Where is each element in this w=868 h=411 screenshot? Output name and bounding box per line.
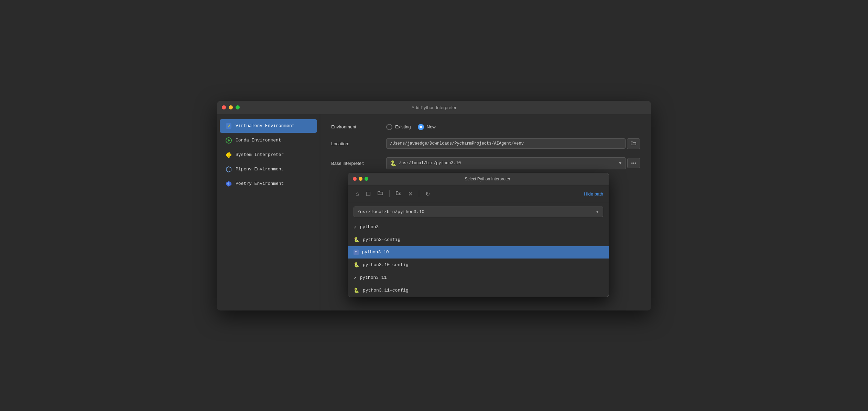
sidebar-label-poetry: Poetry Environment [236, 181, 284, 186]
close-button[interactable] [222, 105, 226, 109]
python3-config-icon: 🐍 [354, 237, 359, 243]
poetry-icon [225, 180, 232, 187]
new-radio-option[interactable]: New [418, 124, 436, 130]
new-radio[interactable] [418, 124, 424, 130]
sidebar-label-pipenv: Pipenv Environment [236, 167, 284, 172]
window-title: Add Python Interpreter [412, 105, 457, 110]
popup-minimize-button[interactable] [359, 177, 362, 181]
python3-11-label: python3.11 [360, 275, 387, 280]
existing-radio-option[interactable]: Existing [386, 124, 411, 130]
file-button[interactable]: ☐ [364, 189, 373, 199]
python3-10-label: python3.10 [362, 250, 389, 255]
interpreter-value: /usr/local/bin/python3.10 [399, 161, 461, 166]
location-label: Location: [331, 141, 386, 146]
python-icon: 🐍 [390, 160, 397, 167]
sidebar: V Virtualenv Environment Conda Environme… [217, 114, 320, 310]
remove-button[interactable]: ✕ [406, 189, 415, 199]
sidebar-item-pipenv[interactable]: Pipenv Environment [220, 162, 317, 176]
sidebar-item-conda[interactable]: Conda Environment [220, 134, 317, 147]
interpreter-dropdown[interactable]: 🐍 /usr/local/bin/python3.10 ▼ [386, 157, 626, 169]
environment-label: Environment: [331, 124, 386, 129]
maximize-button[interactable] [236, 105, 240, 109]
svg-point-4 [226, 153, 231, 157]
folder-view-button[interactable] [376, 189, 385, 198]
sidebar-item-poetry[interactable]: Poetry Environment [220, 177, 317, 191]
path-input[interactable]: /usr/local/bin/python3.10 ▼ [354, 207, 603, 217]
new-label: New [427, 124, 436, 129]
base-interpreter-row: Base interpreter: 🐍 /usr/local/bin/pytho… [331, 157, 640, 169]
list-item[interactable]: 🐍 python3.11-config [348, 284, 609, 297]
sidebar-item-virtualenv[interactable]: V Virtualenv Environment [220, 119, 317, 133]
svg-point-3 [228, 139, 230, 141]
more-options-button[interactable]: ••• [627, 158, 640, 168]
list-item[interactable]: ↗ python3 [348, 221, 609, 233]
list-item[interactable]: 🐍 python3.10-config [348, 259, 609, 271]
path-value: /usr/local/bin/python3.10 [357, 209, 424, 214]
window-controls [222, 105, 240, 109]
python3-11-icon: ↗ [354, 275, 356, 281]
popup-maximize-button[interactable] [365, 177, 368, 181]
popup-title: Select Python Interpreter [371, 177, 604, 181]
right-panel: Environment: Existing New Location: /Us [320, 114, 651, 310]
environment-row: Environment: Existing New [331, 124, 640, 130]
python3-11-config-label: python3.11-config [363, 288, 409, 293]
popup-path-bar: /usr/local/bin/python3.10 ▼ [348, 203, 609, 221]
interpreter-list: ↗ python3 🐍 python3-config ? python3.10 [348, 221, 609, 297]
pipenv-icon [225, 166, 232, 173]
hide-path-button[interactable]: Hide path [584, 191, 603, 197]
toolbar-separator-1 [389, 190, 390, 197]
popup-title-bar: Select Python Interpreter [348, 173, 609, 185]
select-interpreter-dialog: Select Python Interpreter ⌂ ☐ [348, 173, 609, 297]
sidebar-item-system[interactable]: System Interpreter [220, 148, 317, 162]
python3-icon: ↗ [354, 224, 356, 230]
environment-radio-group: Existing New [386, 124, 436, 130]
existing-radio[interactable] [386, 124, 392, 130]
location-input-group: /Users/javaedge/Downloads/PycharmProject… [386, 138, 640, 149]
python3-10-config-icon: 🐍 [354, 262, 359, 268]
conda-icon [225, 137, 232, 144]
system-icon [225, 151, 232, 158]
python3-config-label: python3-config [363, 237, 400, 242]
new-folder-button[interactable] [394, 189, 403, 198]
interpreter-left: 🐍 /usr/local/bin/python3.10 [390, 160, 461, 167]
chevron-down-icon: ▼ [618, 161, 622, 166]
popup-toolbar: ⌂ ☐ [348, 185, 609, 203]
main-content: V Virtualenv Environment Conda Environme… [217, 114, 651, 310]
list-item[interactable]: ↗ python3.11 [348, 271, 609, 284]
list-item[interactable]: 🐍 python3-config [348, 233, 609, 246]
minimize-button[interactable] [229, 105, 233, 109]
virtualenv-icon: V [225, 123, 232, 129]
base-interpreter-label: Base interpreter: [331, 161, 386, 166]
refresh-button[interactable]: ↻ [423, 189, 432, 199]
python3-label: python3 [360, 224, 379, 230]
sidebar-label-system: System Interpreter [236, 152, 284, 157]
popup-window-controls [353, 177, 368, 181]
list-item-selected[interactable]: ? python3.10 [348, 246, 609, 259]
interpreter-selector-group: 🐍 /usr/local/bin/python3.10 ▼ ••• [386, 157, 640, 169]
existing-label: Existing [395, 124, 411, 129]
python3-10-config-label: python3.10-config [363, 262, 409, 267]
title-bar: Add Python Interpreter [217, 101, 651, 114]
location-browse-button[interactable] [627, 138, 640, 149]
sidebar-label-conda: Conda Environment [236, 138, 281, 143]
toolbar-separator-2 [419, 190, 419, 197]
svg-text:V: V [227, 124, 230, 128]
python3-11-config-icon: 🐍 [354, 287, 359, 293]
sidebar-label-virtualenv: Virtualenv Environment [236, 123, 295, 128]
home-button[interactable]: ⌂ [354, 189, 361, 198]
python3-10-icon: ? [354, 250, 359, 255]
location-input[interactable]: /Users/javaedge/Downloads/PycharmProject… [386, 138, 626, 149]
popup-close-button[interactable] [353, 177, 357, 181]
main-window: Add Python Interpreter V Virtualenv Envi… [217, 101, 651, 310]
location-row: Location: /Users/javaedge/Downloads/Pych… [331, 138, 640, 149]
path-chevron: ▼ [595, 209, 599, 214]
